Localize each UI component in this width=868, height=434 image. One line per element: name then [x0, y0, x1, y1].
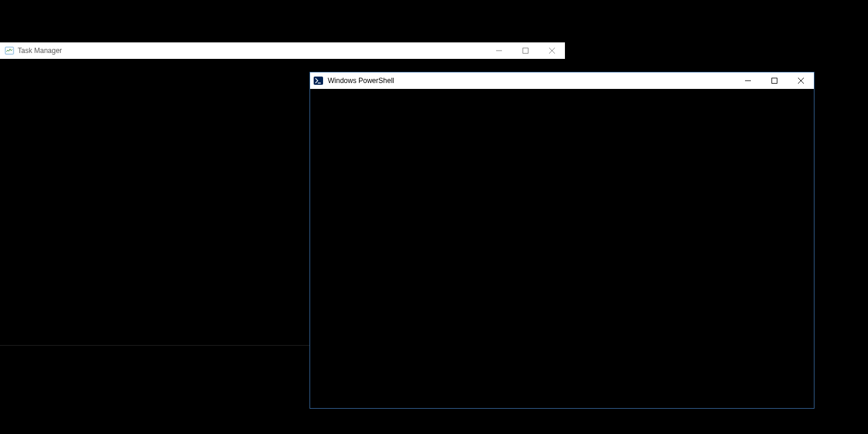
- close-button[interactable]: [787, 72, 814, 89]
- close-button[interactable]: [538, 42, 565, 59]
- svg-rect-8: [771, 78, 777, 84]
- close-icon: [798, 78, 804, 84]
- powershell-icon: [314, 76, 323, 85]
- task-manager-icon: [5, 46, 14, 55]
- task-manager-title: Task Manager: [18, 47, 62, 55]
- minimize-icon: [496, 48, 502, 54]
- minimize-icon: [745, 78, 751, 84]
- powershell-console-body[interactable]: [310, 89, 814, 408]
- maximize-button[interactable]: [761, 72, 787, 89]
- maximize-icon: [771, 78, 777, 84]
- minimize-button[interactable]: [485, 42, 512, 59]
- powershell-titlebar[interactable]: Windows PowerShell: [310, 72, 814, 89]
- powershell-window-controls: [734, 72, 814, 89]
- svg-rect-5: [314, 77, 323, 85]
- task-manager-titlebar[interactable]: Task Manager: [0, 42, 565, 59]
- minimize-button[interactable]: [734, 72, 761, 89]
- task-manager-window-controls: [485, 42, 565, 59]
- maximize-button[interactable]: [512, 42, 538, 59]
- maximize-icon: [523, 48, 528, 54]
- svg-rect-2: [523, 48, 528, 54]
- powershell-window[interactable]: Windows PowerShell: [310, 72, 814, 409]
- powershell-title: Windows PowerShell: [328, 77, 394, 85]
- close-icon: [549, 48, 555, 54]
